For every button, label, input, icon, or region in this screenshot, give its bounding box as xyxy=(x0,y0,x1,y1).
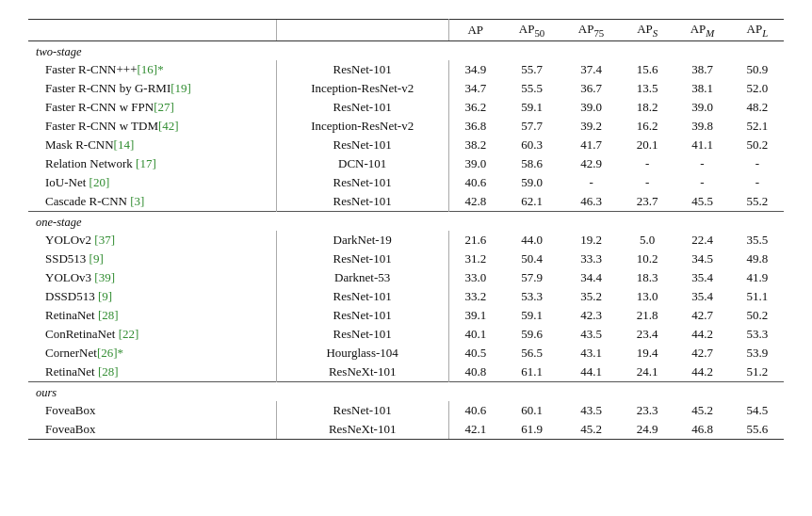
backbone-value: ResNet-101 xyxy=(276,306,448,325)
ap75-value: 19.2 xyxy=(561,231,621,250)
method-name: RetinaNet [28] xyxy=(28,363,276,382)
header-aps: APS xyxy=(621,20,674,41)
ap75-value: 41.7 xyxy=(561,136,621,154)
apm-value: 38.7 xyxy=(674,60,730,79)
ap50-value: 59.1 xyxy=(502,98,561,117)
apl-value: 53.3 xyxy=(731,325,784,344)
citation: [22] xyxy=(119,327,139,341)
ap-value: 42.8 xyxy=(448,192,502,212)
aps-value: 18.3 xyxy=(621,268,674,287)
citation: [14] xyxy=(114,137,135,152)
ap50-value: 57.7 xyxy=(502,117,561,136)
ap75-value: 42.3 xyxy=(561,306,621,325)
method-name: RetinaNet [28] xyxy=(28,306,276,325)
header-ap: AP xyxy=(448,20,502,41)
ap75-value: 42.9 xyxy=(561,154,621,173)
citation: [42] xyxy=(158,119,179,133)
table-row: Faster R-CNN by G-RMI[19]Inception-ResNe… xyxy=(28,79,784,98)
apm-value: 39.8 xyxy=(674,117,730,136)
backbone-value: ResNet-101 xyxy=(276,401,448,420)
ap50-value: 61.1 xyxy=(502,363,561,382)
ap-value: 21.6 xyxy=(448,231,502,250)
table-row: SSD513 [9]ResNet-10131.250.433.310.234.5… xyxy=(28,250,784,268)
ap50-value: 60.3 xyxy=(502,136,561,154)
ap75-value: 43.5 xyxy=(561,401,621,420)
method-name: YOLOv2 [37] xyxy=(28,231,276,250)
ap50-value: 61.9 xyxy=(502,420,561,440)
ap75-value: 36.7 xyxy=(561,79,621,98)
table-row: Faster R-CNN+++[16]*ResNet-10134.955.737… xyxy=(28,60,784,79)
ap75-value: 43.1 xyxy=(561,344,621,363)
ap50-value: 50.4 xyxy=(502,250,561,268)
apl-value: 50.2 xyxy=(731,306,784,325)
ap75-value: 45.2 xyxy=(561,420,621,440)
apm-value: 34.5 xyxy=(674,250,730,268)
ap-value: 34.7 xyxy=(448,79,502,98)
ap75-value: 46.3 xyxy=(561,192,621,212)
apm-value: 44.2 xyxy=(674,325,730,344)
ap50-value: 44.0 xyxy=(502,231,561,250)
apl-value: - xyxy=(731,154,784,173)
backbone-value: ResNet-101 xyxy=(276,287,448,306)
aps-value: 16.2 xyxy=(621,117,674,136)
ap50-value: 62.1 xyxy=(502,192,561,212)
apl-value: 51.1 xyxy=(731,287,784,306)
table-row: IoU-Net [20]ResNet-10140.659.0---- xyxy=(28,173,784,192)
ap50-value: 59.0 xyxy=(502,173,561,192)
header-apl: APL xyxy=(731,20,784,41)
header-ap50: AP50 xyxy=(502,20,561,41)
apm-value: - xyxy=(674,154,730,173)
ap-value: 34.9 xyxy=(448,60,502,79)
table-row: FoveaBoxResNeXt-10142.161.945.224.946.85… xyxy=(28,420,784,440)
aps-value: - xyxy=(621,173,674,192)
apl-value: 55.2 xyxy=(731,192,784,212)
apl-value: 52.1 xyxy=(731,117,784,136)
ap75-value: 43.5 xyxy=(561,325,621,344)
table-row: FoveaBoxResNet-10140.660.143.523.345.254… xyxy=(28,401,784,420)
apl-value: 55.6 xyxy=(731,420,784,440)
method-name: IoU-Net [20] xyxy=(28,173,276,192)
ap75-value: 33.3 xyxy=(561,250,621,268)
citation: [17] xyxy=(136,156,156,170)
ap-value: 36.2 xyxy=(448,98,502,117)
citation: [16]* xyxy=(137,62,163,76)
apm-value: 41.1 xyxy=(674,136,730,154)
method-name: Faster R-CNN by G-RMI[19] xyxy=(28,79,276,98)
backbone-value: ResNet-101 xyxy=(276,98,448,117)
ap75-value: 34.4 xyxy=(561,268,621,287)
method-name: ConRetinaNet [22] xyxy=(28,325,276,344)
table-row: Relation Network [17]DCN-10139.058.642.9… xyxy=(28,154,784,173)
ap50-value: 55.5 xyxy=(502,79,561,98)
apl-value: 49.8 xyxy=(731,250,784,268)
aps-value: 13.0 xyxy=(621,287,674,306)
ap50-value: 59.6 xyxy=(502,325,561,344)
apm-value: 35.4 xyxy=(674,287,730,306)
backbone-value: ResNet-101 xyxy=(276,250,448,268)
aps-value: 5.0 xyxy=(621,231,674,250)
section-label: two-stage xyxy=(28,40,784,60)
aps-value: 18.2 xyxy=(621,98,674,117)
table-row: ConRetinaNet [22]ResNet-10140.159.643.52… xyxy=(28,325,784,344)
backbone-value: ResNet-101 xyxy=(276,192,448,212)
apm-value: 44.2 xyxy=(674,363,730,382)
ap-value: 40.1 xyxy=(448,325,502,344)
citation: [26]* xyxy=(97,346,123,360)
aps-value: 23.7 xyxy=(621,192,674,212)
citation: [28] xyxy=(98,364,119,379)
ap50-value: 60.1 xyxy=(502,401,561,420)
ap-value: 42.1 xyxy=(448,420,502,440)
aps-value: 21.8 xyxy=(621,306,674,325)
apl-value: 52.0 xyxy=(731,79,784,98)
apl-value: 54.5 xyxy=(731,401,784,420)
ap50-value: 55.7 xyxy=(502,60,561,79)
table-row: CornerNet[26]*Hourglass-10440.556.543.11… xyxy=(28,344,784,363)
ap-value: 40.5 xyxy=(448,344,502,363)
backbone-value: ResNet-101 xyxy=(276,60,448,79)
apm-value: 45.2 xyxy=(674,401,730,420)
aps-value: - xyxy=(621,154,674,173)
apl-value: 35.5 xyxy=(731,231,784,250)
backbone-value: ResNet-101 xyxy=(276,173,448,192)
section-header-two-stage: two-stage xyxy=(28,40,784,60)
backbone-value: Darknet-53 xyxy=(276,268,448,287)
table-row: Faster R-CNN w FPN[27]ResNet-10136.259.1… xyxy=(28,98,784,117)
